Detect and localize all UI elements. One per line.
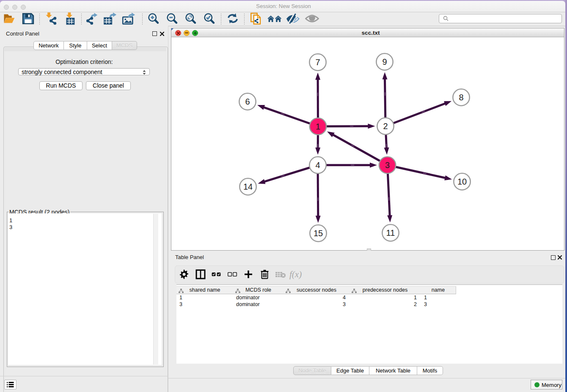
svg-text:10: 10 [457,177,467,186]
svg-text:8: 8 [459,93,463,102]
svg-text:4: 4 [315,160,320,170]
svg-text:2: 2 [383,121,388,131]
svg-text:15: 15 [314,229,323,238]
svg-text:11: 11 [386,228,395,237]
svg-text:9: 9 [382,57,387,66]
svg-text:14: 14 [243,182,253,191]
svg-text:7: 7 [315,58,320,67]
svg-text:3: 3 [385,160,390,170]
svg-text:6: 6 [245,97,250,106]
svg-text:1: 1 [316,122,320,131]
